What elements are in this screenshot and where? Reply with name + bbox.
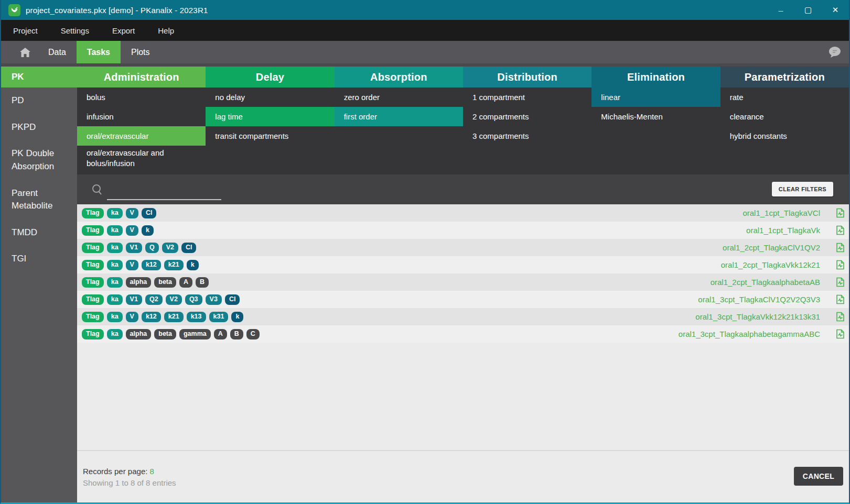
model-name[interactable]: oral1_3cpt_TlagkaalphabetagammaABC [679, 330, 820, 338]
parameter-tag-v2: V2 [162, 243, 178, 254]
parameter-tag-beta: beta [154, 277, 176, 288]
column-header-parametrization: Parametrization [720, 67, 849, 87]
parameter-tag-ka: ka [107, 208, 123, 219]
sidebar-item-tmdd[interactable]: TMDD [1, 220, 77, 246]
sidebar-item-pd[interactable]: PD [1, 87, 77, 114]
model-file-icon[interactable] [836, 225, 845, 235]
model-file-icon[interactable] [836, 277, 845, 287]
filter-option-rate[interactable]: rate [720, 87, 849, 107]
model-name[interactable]: oral1_2cpt_TlagkaClV1QV2 [723, 243, 820, 252]
tab-bar: DataTasksPlots [1, 41, 849, 63]
model-name[interactable]: oral1_2cpt_TlagkaVkk12k21 [721, 260, 820, 269]
parameter-tag-k: k [142, 225, 154, 236]
parameter-tag-k12: k12 [142, 260, 161, 271]
filter-option-1-compartment[interactable]: 1 compartment [463, 87, 591, 107]
chat-bubble-icon[interactable] [828, 46, 842, 61]
parameter-tag-tlag: Tlag [82, 329, 104, 340]
menu-item-settings[interactable]: Settings [49, 26, 101, 35]
model-row[interactable]: TlagkaalphabetagammaABCoral1_3cpt_Tlagka… [77, 325, 849, 343]
model-row[interactable]: TlagkaV1QV2Cloral1_2cpt_TlagkaClV1QV2 [77, 239, 849, 256]
app-window: project_covariates.pkx [demo] - PKanalix… [0, 0, 850, 504]
model-file-icon[interactable] [836, 260, 845, 270]
filter-options-panel: bolusinfusionoral/extravascularoral/extr… [77, 87, 849, 174]
filter-option-oral-extravascular[interactable]: oral/extravascular [77, 126, 206, 146]
window-controls: – ▢ ✕ [767, 0, 849, 20]
model-name[interactable]: oral1_3cpt_TlagkaClV1Q2V2Q3V3 [698, 295, 820, 304]
parameter-tags: TlagkaVk [82, 225, 157, 236]
parameter-tag-k21: k21 [164, 260, 184, 271]
model-name[interactable]: oral1_1cpt_TlagkaVCl [743, 209, 820, 217]
model-search-input[interactable] [107, 187, 221, 200]
minimize-button[interactable]: – [767, 0, 794, 20]
parameter-tags: TlagkaV1Q2V2Q3V3Cl [82, 294, 243, 305]
filter-option-2-compartments[interactable]: 2 compartments [463, 107, 591, 126]
model-row[interactable]: TlagkaVk12k21k13k31koral1_3cpt_TlagkaVkk… [77, 308, 849, 325]
parameter-tag-tlag: Tlag [82, 294, 104, 305]
model-row[interactable]: TlagkaalphabetaABoral1_2cpt_Tlagkaalphab… [77, 273, 849, 291]
parameter-tag-tlag: Tlag [82, 243, 104, 254]
parameter-tag-v: V [126, 260, 138, 271]
column-header-elimination: Elimination [591, 67, 720, 87]
parameter-tag-q: Q [145, 243, 159, 254]
filter-option-infusion[interactable]: infusion [77, 107, 206, 126]
model-row[interactable]: TlagkaVkoral1_1cpt_TlagkaVk [77, 222, 849, 239]
parameter-tags: TlagkaVk12k21k [82, 259, 202, 271]
sidebar-item-tgi[interactable]: TGI [1, 246, 77, 272]
parameter-tag-c: C [246, 329, 260, 340]
tab-plots[interactable]: Plots [121, 41, 160, 63]
records-per-page-value[interactable]: 8 [150, 467, 154, 476]
tabs-container: DataTasksPlots [38, 41, 160, 63]
model-file-icon[interactable] [836, 243, 845, 253]
window-title: project_covariates.pkx [demo] - PKanalix… [26, 6, 208, 15]
parameter-tag-ka: ka [107, 243, 123, 254]
parameter-tag-alpha: alpha [126, 277, 152, 288]
sidebar-item-pk-double-absorption[interactable]: PK Double Absorption [1, 140, 77, 180]
model-file-icon[interactable] [836, 294, 845, 304]
filter-option-lag-time[interactable]: lag time [206, 107, 334, 126]
filter-column-delay: no delaylag timetransit compartments [206, 87, 334, 174]
filter-option-oral-extravascular-and-bolus-infusion[interactable]: oral/extravascular and bolus/infusion [77, 146, 206, 170]
parameter-tag-v1: V1 [126, 294, 142, 305]
filter-option-clearance[interactable]: clearance [720, 107, 849, 126]
model-row[interactable]: TlagkaVCloral1_1cpt_TlagkaVCl [77, 204, 849, 222]
filter-option-first-order[interactable]: first order [335, 107, 463, 126]
model-name[interactable]: oral1_2cpt_TlagkaalphabetaAB [711, 278, 820, 287]
filter-option-no-delay[interactable]: no delay [206, 87, 334, 107]
parameter-tags: TlagkaalphabetaAB [82, 277, 212, 288]
filter-option-transit-compartments[interactable]: transit compartments [206, 126, 334, 146]
filter-option-hybrid-constants[interactable]: hybrid constants [720, 126, 849, 146]
clear-filters-button[interactable]: CLEAR FILTERS [772, 182, 833, 196]
parameter-tag-tlag: Tlag [82, 312, 104, 323]
home-icon [19, 47, 31, 58]
filter-option-3-compartments[interactable]: 3 compartments [463, 126, 591, 146]
tab-tasks[interactable]: Tasks [77, 41, 121, 63]
parameter-tag-cl: Cl [225, 294, 240, 305]
filter-option-linear[interactable]: linear [591, 87, 720, 107]
title-bar: project_covariates.pkx [demo] - PKanalix… [1, 0, 849, 20]
tab-data[interactable]: Data [38, 41, 77, 63]
model-file-icon[interactable] [836, 329, 845, 339]
empty-list-area [77, 343, 849, 450]
model-row[interactable]: TlagkaV1Q2V2Q3V3Cloral1_3cpt_TlagkaClV1Q… [77, 291, 849, 308]
model-library-panel: AdministrationDelayAbsorptionDistributio… [77, 67, 849, 502]
menu-item-help[interactable]: Help [146, 26, 186, 35]
model-name[interactable]: oral1_1cpt_TlagkaVk [746, 226, 820, 235]
close-button[interactable]: ✕ [822, 0, 849, 20]
model-row[interactable]: TlagkaVk12k21koral1_2cpt_TlagkaVkk12k21 [77, 256, 849, 273]
sidebar-item-pk[interactable]: PK [1, 67, 77, 87]
menu-item-project[interactable]: Project [1, 26, 49, 35]
cancel-button[interactable]: CANCEL [794, 467, 843, 486]
home-tab[interactable] [1, 41, 38, 63]
maximize-button[interactable]: ▢ [794, 0, 822, 20]
sidebar-item-pkpd[interactable]: PKPD [1, 114, 77, 141]
model-name[interactable]: oral1_3cpt_TlagkaVkk12k21k13k31 [695, 312, 820, 321]
filter-option-zero-order[interactable]: zero order [335, 87, 463, 107]
parameter-tag-gamma: gamma [179, 329, 211, 340]
menu-item-export[interactable]: Export [101, 26, 146, 35]
model-file-icon[interactable] [836, 312, 845, 322]
filter-option-michaelis-menten[interactable]: Michaelis-Menten [591, 107, 720, 126]
model-file-icon[interactable] [836, 208, 845, 218]
parameter-tag-tlag: Tlag [82, 260, 104, 271]
sidebar-item-parent-metabolite[interactable]: Parent Metabolite [1, 180, 77, 220]
filter-option-bolus[interactable]: bolus [77, 87, 206, 107]
